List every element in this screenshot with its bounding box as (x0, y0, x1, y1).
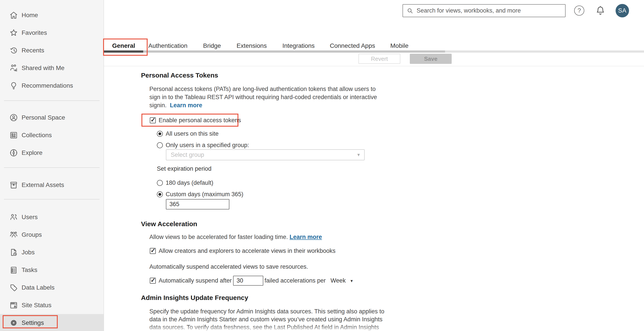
avatar[interactable]: SA (616, 4, 629, 17)
sidebar-item-label: Explore (22, 149, 42, 156)
sidebar-item-site-status[interactable]: Site Status (0, 297, 104, 314)
save-button[interactable]: Save (410, 54, 452, 64)
sidebar-item-groups[interactable]: Groups (0, 226, 104, 244)
auto-suspend-prefix: Automatically suspend after (159, 277, 232, 284)
sidebar-item-home[interactable]: Home (0, 6, 104, 24)
bottom-fade (104, 325, 644, 331)
tab-authentication[interactable]: Authentication (148, 42, 187, 49)
sidebar-item-label: Users (22, 214, 38, 221)
sidebar-item-collections[interactable]: Collections (0, 126, 104, 144)
pat-description: Personal access tokens (PATs) are long-l… (150, 85, 392, 109)
tab-bridge[interactable]: Bridge (203, 42, 221, 49)
tab-scrollbar (104, 50, 644, 53)
allow-accelerate-row: Allow creators and explorers to accelera… (150, 248, 336, 254)
drawer-icon (9, 180, 18, 190)
users-icon (9, 212, 18, 222)
tab-extensions[interactable]: Extensions (237, 42, 267, 49)
gear-icon (9, 318, 18, 328)
tag-icon (9, 283, 18, 293)
pat-section-title: Personal Access Tokens (141, 72, 218, 79)
jobs-icon (9, 248, 18, 257)
custom-days-row: Custom days (maximum 365) (157, 191, 244, 198)
collections-icon (9, 130, 18, 140)
custom-days-radio[interactable] (157, 191, 163, 197)
notifications-bell-icon[interactable] (595, 5, 606, 16)
person-circle-icon (9, 113, 18, 122)
search-box (402, 4, 566, 17)
expiration-period-label: Set expiration period (157, 165, 212, 172)
sidebar-item-recommendations[interactable]: Recommendations (0, 77, 104, 94)
horizontal-scrollbar-track[interactable] (445, 50, 644, 53)
sidebar-item-label: Data Labels (22, 284, 54, 291)
sidebar-item-label: Recommendations (22, 82, 73, 89)
all-users-radio[interactable] (157, 131, 163, 137)
sidebar-item-label: Home (22, 12, 38, 19)
sidebar-item-label: Shared with Me (22, 64, 64, 72)
auto-suspend-checkbox[interactable] (150, 278, 156, 284)
sidebar-item-favorites[interactable]: Favorites (0, 24, 104, 42)
shared-icon (9, 63, 18, 73)
view-acceleration-learn-more-link[interactable]: Learn more (290, 234, 322, 240)
specified-group-radio[interactable] (157, 142, 163, 148)
period-dropdown[interactable]: Week ▾ (330, 277, 353, 284)
view-acceleration-description: Allow views to be accelerated for faster… (150, 234, 322, 241)
custom-days-input[interactable] (166, 199, 229, 209)
lightbulb-icon (9, 81, 18, 90)
sidebar-item-data-labels[interactable]: Data Labels (0, 279, 104, 297)
active-tab-underline (104, 50, 143, 53)
sidebar-item-tasks[interactable]: Tasks (0, 261, 104, 279)
group-select-dropdown[interactable]: Select group ▾ (166, 149, 365, 160)
failed-accelerations-input[interactable] (233, 276, 263, 286)
sidebar: Home Favorites Recents Shared with Me Re… (0, 0, 104, 331)
sidebar-item-explore[interactable]: Explore (0, 144, 104, 162)
group-select-placeholder: Select group (171, 152, 357, 158)
enable-pat-checkbox[interactable] (150, 117, 156, 123)
sidebar-item-label: External Assets (22, 181, 64, 189)
sidebar-item-personal-space[interactable]: Personal Space (0, 109, 104, 126)
revert-button[interactable]: Revert (358, 54, 400, 64)
sidebar-item-recents[interactable]: Recents (0, 42, 104, 59)
tab-connected-apps[interactable]: Connected Apps (330, 42, 375, 49)
enable-pat-row: Enable personal access tokens (150, 117, 241, 124)
suspend-note: Automatically suspend accelerated views … (150, 263, 308, 270)
history-icon (9, 45, 18, 55)
allow-accelerate-checkbox[interactable] (150, 248, 156, 254)
days-180-label: 180 days (default) (166, 179, 213, 186)
home-icon (9, 10, 18, 20)
sidebar-item-label: Recents (22, 47, 44, 54)
auto-suspend-row: Automatically suspend after failed accel… (150, 276, 353, 286)
pat-learn-more-link[interactable]: Learn more (170, 102, 202, 109)
sidebar-item-label: Groups (22, 231, 42, 238)
groups-icon (9, 230, 18, 240)
sidebar-item-jobs[interactable]: Jobs (0, 244, 104, 261)
settings-tabs: General Authentication Bridge Extensions… (112, 38, 408, 49)
sidebar-item-users[interactable]: Users (0, 208, 104, 226)
search-input[interactable] (417, 7, 562, 14)
view-acceleration-title: View Acceleration (141, 220, 197, 228)
tasks-icon (9, 265, 18, 275)
sidebar-item-external-assets[interactable]: External Assets (0, 176, 104, 194)
sidebar-item-settings[interactable]: Settings (0, 314, 104, 331)
sidebar-item-label: Favorites (22, 29, 47, 36)
tableau-settings-page: Home Favorites Recents Shared with Me Re… (0, 0, 644, 331)
tab-general[interactable]: General (112, 42, 135, 49)
tab-integrations[interactable]: Integrations (282, 42, 314, 49)
sidebar-item-label: Jobs (22, 249, 34, 256)
all-users-label: All users on this site (166, 130, 218, 137)
sidebar-divider (4, 167, 100, 168)
star-icon (9, 28, 18, 38)
auto-suspend-suffix: failed accelerations per (264, 277, 326, 284)
custom-days-label: Custom days (maximum 365) (166, 191, 244, 198)
sidebar-divider (4, 199, 100, 200)
site-status-icon (9, 300, 18, 310)
sidebar-item-label: Personal Space (22, 114, 65, 121)
tab-mobile[interactable]: Mobile (390, 42, 408, 49)
days-180-row: 180 days (default) (157, 179, 213, 186)
days-180-radio[interactable] (157, 180, 163, 186)
header-divider (104, 66, 644, 66)
horizontal-scrollbar-thumb[interactable] (143, 50, 445, 53)
help-icon[interactable]: ? (574, 5, 584, 16)
sidebar-item-label: Site Status (22, 302, 51, 309)
sidebar-item-shared-with-me[interactable]: Shared with Me (0, 59, 104, 77)
admin-insights-title: Admin Insights Update Frequency (141, 294, 248, 302)
